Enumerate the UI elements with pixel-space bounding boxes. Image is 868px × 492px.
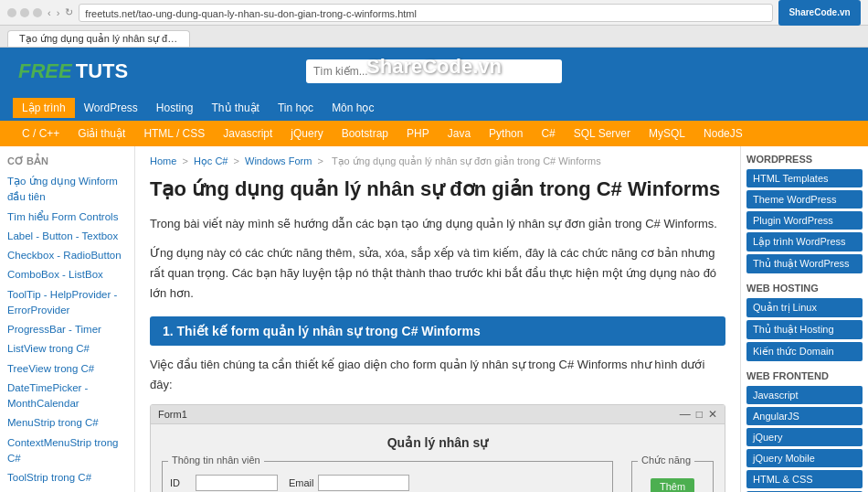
id-input[interactable] [196,475,278,491]
tag-jquery[interactable]: jQuery [746,428,863,446]
sidebar-link[interactable]: Checkbox - RadioButton [7,246,127,265]
form-section-info: Thông tin nhân viên ID Email Họ tên [162,461,613,492]
id-field-row: ID Email [170,475,605,491]
browser-bar: ‹ › ↻ freetuts.net/tao-ung-dung-quan-ly-… [0,0,868,26]
site-header: FREE TUTS ShareCode.vn [0,48,868,95]
nav-thu-thuat[interactable]: Thủ thuật [203,98,269,118]
sidebar-link[interactable]: Dialog File trong C# [7,487,127,492]
section-info-legend: Thông tin nhân viên [168,455,264,465]
breadcrumb-windows-form[interactable]: Windows Form [245,155,312,166]
nav-mysql[interactable]: MySQL [640,123,694,144]
email-input[interactable] [318,475,409,491]
tag-html-css[interactable]: HTML & CSS [746,470,863,488]
close-icon[interactable]: ✕ [708,408,717,421]
article-intro2: Ứng dụng này có các chức năng thêm, sửa,… [150,243,725,304]
sidebar-link[interactable]: ContextMenuStrip trong C# [7,433,127,469]
tag-plugin-wordpress[interactable]: Plugin WordPress [746,211,863,230]
form-sections-row: Thông tin nhân viên ID Email Họ tên [162,461,714,492]
left-sidebar: CƠ BẢN Tạo ứng dụng Winform đầu tiên Tìm… [0,146,135,492]
nav-jquery[interactable]: jQuery [281,123,332,144]
nav-csharp[interactable]: C# [532,123,564,144]
form-preview: Form1 — □ ✕ Quản lý nhân sự Thông tin nh… [150,404,725,492]
right-section-frontend: WEB FRONTEND [746,370,863,381]
tag-quan-tri-linux[interactable]: Quản trị Linux [746,298,863,317]
form-titlebar: Form1 — □ ✕ [151,405,725,424]
secondary-nav: C / C++ Giải thuật HTML / CSS Javascript… [0,121,868,146]
close-dot [7,8,16,17]
sidebar-link[interactable]: MenuStrip trong C# [7,413,127,433]
tag-thu-thuat-hosting[interactable]: Thủ thuật Hosting [746,320,863,339]
tag-theme-wordpress[interactable]: Theme WordPress [746,190,863,209]
right-sidebar: WORDPRESS HTML Templates Theme WordPress… [740,146,868,492]
nav-giai-thuat[interactable]: Giải thuật [69,123,134,144]
nav-nodejs[interactable]: NodeJS [694,123,752,144]
section1-text: Việc đầu tiên chúng ta cần thiết kế giao… [150,355,725,395]
tab-bar: Tạo ứng dụng quản lý nhân sự đơn giản tr… [0,26,868,48]
tag-lap-trinh-wp[interactable]: Lập trình WordPress [746,232,863,251]
sidebar-link[interactable]: Tìm hiểu Form Controls [7,208,127,227]
tag-kien-thuc-domain[interactable]: Kiến thức Domain [746,342,863,361]
sidebar-link[interactable]: Label - Button - Textbox [7,227,127,246]
maximize-icon[interactable]: □ [696,408,703,421]
breadcrumb-current: Tạo ứng dụng quản lý nhân sự đơn giản tr… [332,155,601,166]
nav-sql-server[interactable]: SQL Server [565,123,640,144]
breadcrumb: Home > Học C# > Windows Form > Tạo ứng d… [150,155,725,167]
form-section-actions: Chức năng Thêm Sửa Xóa [631,461,714,492]
id-label: ID [170,477,192,488]
sidebar-link[interactable]: ProgressBar - Timer [7,320,127,339]
tag-jquery-mobile[interactable]: jQuery Mobile [746,449,863,467]
section1-heading: 1. Thiết kế form quản lý nhân sự trong C… [150,316,725,346]
tag-thu-thuat-wp[interactable]: Thủ thuật WordPress [746,254,863,273]
breadcrumb-home[interactable]: Home [150,155,176,166]
nav-html-css[interactable]: HTML / CSS [134,123,214,144]
nav-mon-hoc[interactable]: Môn học [323,98,383,118]
nav-javascript[interactable]: Javascript [214,123,281,144]
sidebar-link[interactable]: ComboBox - ListBox [7,265,127,284]
nav-python[interactable]: Python [480,123,532,144]
minimize-icon[interactable]: — [680,408,691,421]
tag-angularjs[interactable]: AngularJS [746,407,863,425]
forward-arrow[interactable]: › [57,7,60,18]
address-bar[interactable]: freetuts.net/tao-ung-dung-quan-ly-nhan-s… [79,4,773,22]
search-container [306,59,562,83]
refresh-icon[interactable]: ↻ [65,6,73,18]
nav-bootstrap[interactable]: Bootstrap [333,123,397,144]
article-intro1: Trong bài viết này mình sẽ hướng dẫn các… [150,214,725,234]
sidebar-link[interactable]: ListView trong C# [7,339,127,358]
them-button[interactable]: Thêm [651,478,694,492]
main-layout: CƠ BẢN Tạo ứng dụng Winform đầu tiên Tìm… [0,146,868,492]
browser-dots [7,8,42,17]
back-arrow[interactable]: ‹ [48,7,51,18]
section-action-legend: Chức năng [638,455,694,466]
sidebar-link[interactable]: DateTimePicker - MonthCalendar [7,379,127,414]
nav-php[interactable]: PHP [397,123,439,144]
form-body: Quản lý nhân sự Thông tin nhân viên ID E… [151,424,725,492]
form-main-title: Quản lý nhân sự [162,435,714,450]
site-logo[interactable]: FREE TUTS [18,59,128,83]
right-section-hosting: WEB HOSTING [746,283,863,294]
nav-hosting[interactable]: Hosting [147,98,203,118]
sidebar-link[interactable]: Tạo ứng dụng Winform đầu tiên [7,172,127,208]
right-section-wordpress: WORDPRESS [746,154,863,165]
email-label: Email [289,477,314,488]
nav-c-cpp[interactable]: C / C++ [13,123,69,144]
section-co-ban-title: CƠ BẢN [7,155,127,167]
form-controls: — □ ✕ [680,408,717,421]
tag-html-templates[interactable]: HTML Templates [746,169,863,187]
form-title-label: Form1 [158,409,187,420]
sidebar-link[interactable]: TreeView trong C# [7,359,127,379]
maximize-dot [33,8,42,17]
sidebar-link[interactable]: ToolTip - HelpProvider - ErrorProvider [7,285,127,321]
breadcrumb-hoc-c[interactable]: Học C# [194,155,228,166]
nav-wordpress[interactable]: WordPress [75,98,147,118]
tag-javascript[interactable]: Javascript [746,386,863,404]
search-input[interactable] [306,59,562,83]
main-content: Home > Học C# > Windows Form > Tạo ứng d… [135,146,740,492]
nav-lap-trinh[interactable]: Lập trình [13,98,75,118]
browser-tab[interactable]: Tạo ứng dụng quản lý nhân sự đơn giản tr… [7,30,190,47]
primary-nav: Lập trình WordPress Hosting Thủ thuật Ti… [0,95,868,121]
nav-java[interactable]: Java [439,123,480,144]
nav-tin-hoc[interactable]: Tin học [269,98,323,118]
sidebar-link[interactable]: ToolStrip trong C# [7,468,127,487]
sharecode-brand-top: ShareCode.vn [778,0,861,26]
